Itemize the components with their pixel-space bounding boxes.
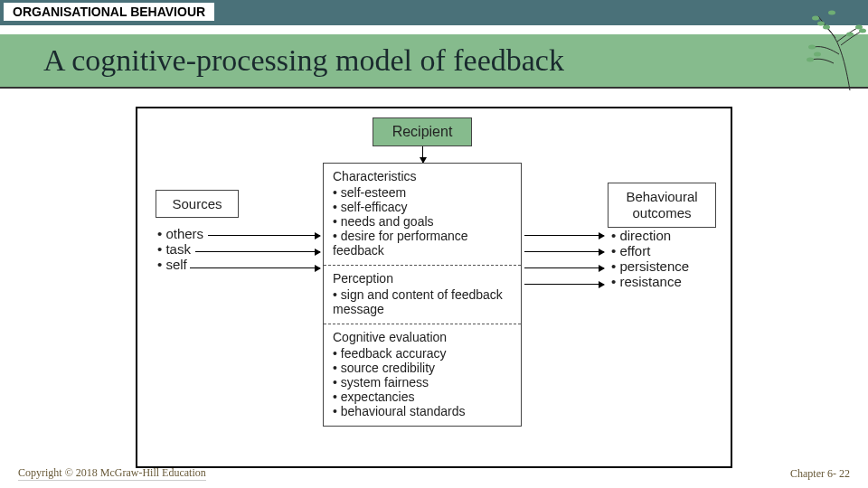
section-title: Cognitive evaluation [333,330,512,344]
diagram-frame: Recipient Sources others task self Chara… [136,107,732,468]
list-item: self [157,257,203,272]
sources-box: Sources [156,190,239,218]
perception-section: Perception sign and content of feedback … [324,265,521,324]
connector-line [190,267,233,268]
list-item: direction [611,228,689,243]
header-bar: ORGANISATIONAL BEHAVIOUR [0,0,868,25]
list-item: self-efficacy [333,200,512,214]
title-band: A cognitive-processing model of feedback [0,34,868,89]
arrow-icon [524,284,604,285]
recipient-characteristics-block: Characteristics self-esteem self-efficac… [323,163,522,427]
characteristics-section: Characteristics self-esteem self-efficac… [324,164,521,265]
outcomes-box: Behavioural outcomes [608,183,716,228]
list-item: task [157,241,203,257]
footer-copyright: Copyright © 2018 McGraw-Hill Education [18,466,206,481]
course-label: ORGANISATIONAL BEHAVIOUR [4,3,214,21]
list-item: others [157,226,203,241]
footer-chapter: Chapter 6- 22 [790,467,850,481]
cognitive-section: Cognitive evaluation feedback accuracy s… [324,324,521,426]
svg-point-4 [859,29,866,33]
list-item: needs and goals [333,214,512,229]
outcomes-list: direction effort persistence resistance [611,228,689,289]
connector-line [195,251,233,252]
arrow-icon [524,235,604,236]
list-item: sign and content of feedback message [333,287,512,316]
arrow-recipient-down [422,146,423,163]
svg-point-6 [823,25,830,30]
list-item: resistance [611,274,689,289]
list-item: system fairness [333,375,512,389]
list-item: source credibility [333,361,512,375]
arrow-icon [233,267,320,268]
recipient-box: Recipient [373,117,472,146]
sources-list: others task self [157,226,203,272]
arrow-icon [524,267,604,268]
list-item: desire for performance feedback [333,229,512,258]
list-item: effort [611,243,689,258]
list-item: behavioural standards [333,404,512,418]
list-item: persistence [611,258,689,274]
arrow-icon [233,235,320,236]
section-title: Characteristics [333,169,512,183]
svg-point-3 [855,25,863,30]
list-item: feedback accuracy [333,346,512,361]
list-item: expectancies [333,389,512,404]
slide-title: A cognitive-processing model of feedback [43,43,564,78]
list-item: self-esteem [333,185,512,200]
connector-line [208,235,233,236]
arrow-icon [524,251,604,252]
section-title: Perception [333,271,512,286]
arrow-icon [233,251,320,252]
